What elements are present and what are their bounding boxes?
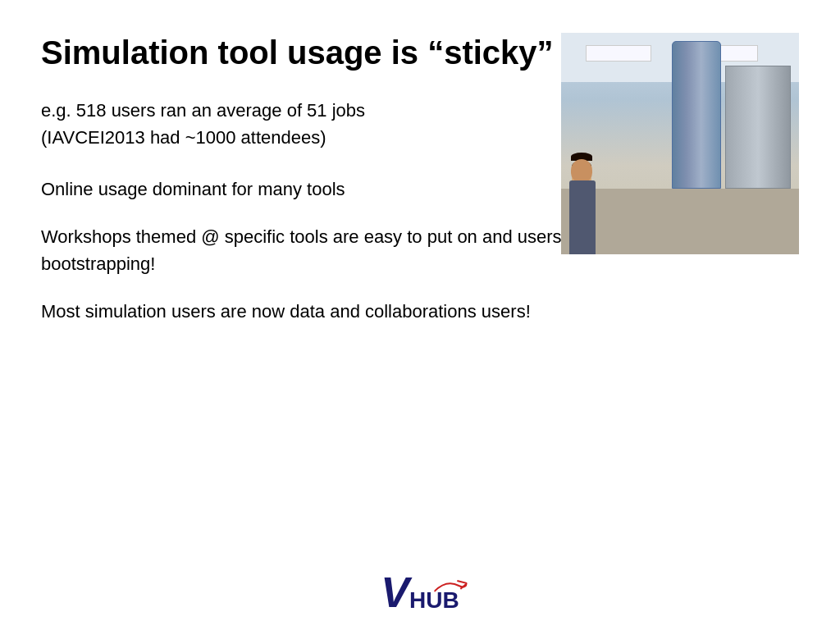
stats-line2: (IAVCEI2013 had ~1000 attendees) [41, 124, 599, 151]
logo-swoosh-icon [435, 579, 468, 596]
office-image [561, 33, 799, 254]
simulation-users-text: Most simulation users are now data and c… [41, 298, 799, 325]
logo-v-letter: V [381, 571, 409, 614]
vhub-logo: V HUB [381, 571, 459, 614]
vhub-logo-container: V HUB [381, 571, 459, 614]
stats-line1: e.g. 518 users ran an average of 51 jobs [41, 97, 599, 124]
stats-block: e.g. 518 users ran an average of 51 jobs… [41, 97, 599, 151]
slide-title: Simulation tool usage is “sticky” [41, 33, 599, 72]
content-area: Simulation tool usage is “sticky” e.g. 5… [41, 33, 799, 597]
slide: Simulation tool usage is “sticky” e.g. 5… [0, 0, 840, 630]
